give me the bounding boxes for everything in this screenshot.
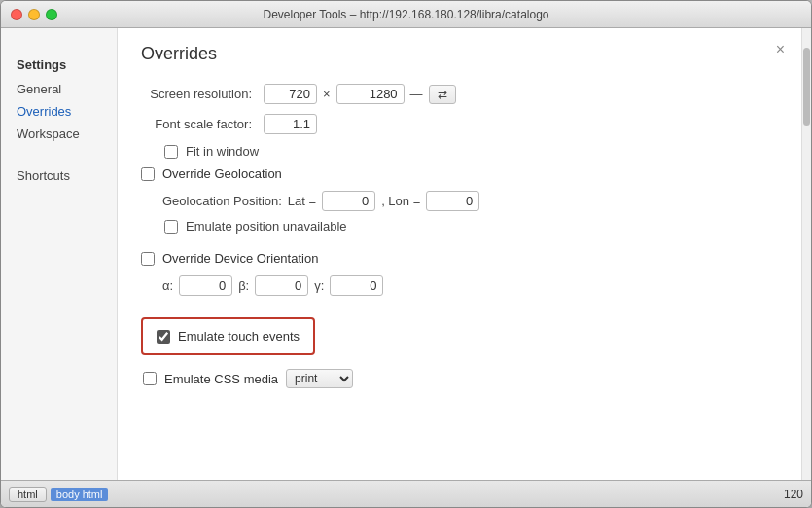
lon-input[interactable] — [426, 191, 479, 211]
resolution-dash: — — [410, 87, 423, 101]
content-area: Overrides × Screen resolution: × — ⇄ Fon… — [118, 28, 801, 480]
beta-input[interactable] — [255, 275, 308, 296]
window-body: Settings General Overrides Workspace Sho… — [1, 28, 811, 480]
scrollbar[interactable] — [801, 28, 811, 480]
page-title: Overrides — [141, 44, 217, 64]
fit-in-window-row: Fit in window — [143, 144, 778, 159]
lat-label: Lat = — [288, 194, 316, 208]
fit-in-window-label: Fit in window — [186, 144, 259, 159]
emulate-css-media-label: Emulate CSS media — [164, 372, 278, 386]
fit-in-window-checkbox[interactable] — [164, 145, 178, 159]
geolocation-header: Override Geolocation — [141, 166, 778, 181]
screen-width-input[interactable] — [264, 84, 317, 104]
beta-label: β: — [238, 278, 249, 293]
font-scale-row: Font scale factor: — [141, 114, 778, 134]
titlebar: Developer Tools – http://192.168.180.128… — [1, 1, 811, 28]
emulate-position-unavailable-checkbox[interactable] — [164, 220, 178, 234]
emulate-css-media-checkbox[interactable] — [143, 372, 157, 385]
alpha-label: α: — [162, 278, 173, 293]
gamma-label: γ: — [314, 278, 324, 293]
device-orientation-section: Override Device Orientation α: β: γ: — [141, 251, 778, 296]
alpha-input[interactable] — [179, 275, 232, 296]
traffic-lights — [11, 9, 57, 20]
override-geolocation-label: Override Geolocation — [162, 166, 282, 181]
device-orientation-header: Override Device Orientation — [141, 251, 778, 266]
sidebar-item-shortcuts[interactable]: Shortcuts — [1, 164, 117, 187]
sidebar: Settings General Overrides Workspace Sho… — [1, 28, 118, 480]
emulate-touch-label: Emulate touch events — [178, 329, 300, 344]
content-header: Overrides × — [141, 44, 778, 64]
screen-resolution-row: Screen resolution: × — ⇄ — [141, 84, 778, 104]
emulate-touch-highlighted: Emulate touch events — [141, 317, 315, 355]
emulate-touch-checkbox[interactable] — [157, 330, 170, 344]
bottom-html-button[interactable]: html — [9, 487, 47, 502]
font-scale-input[interactable] — [264, 114, 317, 134]
gamma-input[interactable] — [330, 275, 383, 296]
maximize-traffic-light[interactable] — [46, 9, 57, 20]
sidebar-item-overrides[interactable]: Overrides — [1, 100, 117, 123]
geolocation-section: Override Geolocation Geolocation Positio… — [141, 166, 778, 234]
css-media-select[interactable]: print screen speech — [286, 369, 353, 388]
scrollbar-thumb[interactable] — [803, 48, 810, 126]
settings-heading: Settings — [1, 52, 117, 78]
override-device-orientation-checkbox[interactable] — [141, 252, 155, 266]
close-traffic-light[interactable] — [11, 9, 22, 20]
minimize-traffic-light[interactable] — [28, 9, 40, 20]
window-title: Developer Tools – http://192.168.180.128… — [264, 8, 549, 21]
main-window: Developer Tools – http://192.168.180.128… — [0, 0, 812, 508]
screen-height-input[interactable] — [336, 84, 405, 104]
bottom-line-number: 120 — [784, 488, 803, 501]
font-scale-label: Font scale factor: — [141, 117, 258, 131]
orientation-values-row: α: β: γ: — [141, 275, 778, 296]
override-device-orientation-label: Override Device Orientation — [162, 251, 318, 266]
sidebar-item-workspace[interactable]: Workspace — [1, 123, 117, 145]
lon-label: , Lon = — [381, 194, 420, 208]
sidebar-item-general[interactable]: General — [1, 78, 117, 100]
geolocation-position-row: Geolocation Position: Lat = , Lon = — [141, 191, 778, 211]
geolocation-position-label: Geolocation Position: — [162, 194, 282, 208]
resolution-separator: × — [323, 87, 331, 101]
lat-input[interactable] — [322, 191, 375, 211]
override-geolocation-checkbox[interactable] — [141, 167, 155, 181]
swap-resolution-button[interactable]: ⇄ — [429, 85, 456, 104]
screen-resolution-label: Screen resolution: — [141, 87, 258, 101]
bottom-body-tag[interactable]: body html — [51, 488, 109, 501]
emulate-position-unavailable-row: Emulate position unavailable — [143, 219, 778, 234]
bottom-bar: html body html 120 — [1, 480, 811, 507]
emulate-position-unavailable-label: Emulate position unavailable — [186, 219, 347, 234]
close-button[interactable]: × — [771, 40, 790, 59]
emulate-css-media-row: Emulate CSS media print screen speech — [141, 369, 778, 388]
